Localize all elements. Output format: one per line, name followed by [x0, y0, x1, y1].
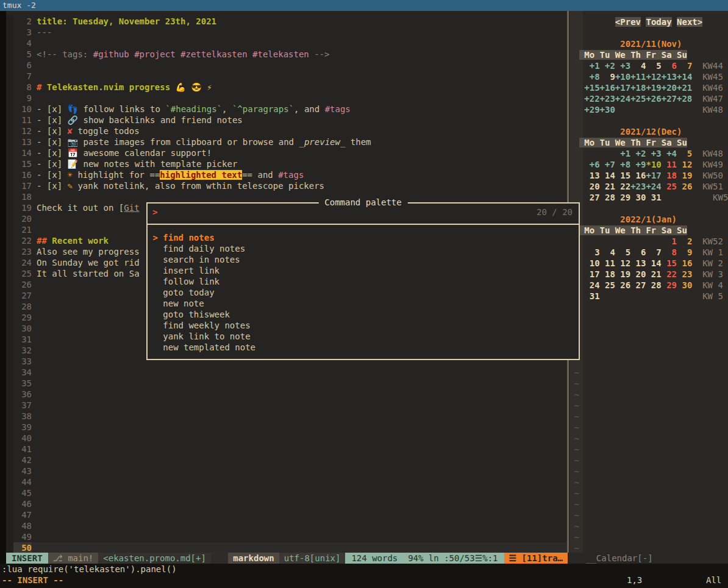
- cal-today-button[interactable]: Today: [646, 17, 671, 27]
- calendar-text-run: +6 +7 +8 +9: [584, 160, 646, 169]
- calendar-week-row[interactable]: +22+23+24+25+26+27+28 KW47: [569, 93, 728, 104]
- palette-item-follow-link[interactable]: follow link: [148, 276, 579, 287]
- calendar-week-row[interactable]: +15+16+17+18+19+20+21 KW46: [569, 82, 728, 93]
- calendar-row: 2021/11(Nov): [569, 38, 728, 49]
- calendar-week-row[interactable]: 17 18 19 20 21 22 23 KW 3: [569, 269, 728, 280]
- editor-line[interactable]: 15- [x] 📝 new notes with template picker: [6, 158, 567, 169]
- editor-line[interactable]: 2title: Tuesday, November 23th, 2021: [6, 16, 567, 27]
- editor-line[interactable]: 34: [6, 367, 567, 378]
- editor-line[interactable]: 13- [x] 📷 paste images from clipboard or…: [6, 136, 567, 147]
- editor-line[interactable]: 3---: [6, 27, 567, 38]
- editor-line[interactable]: 42: [6, 455, 567, 466]
- editor-line[interactable]: 45: [6, 487, 567, 498]
- calendar-week-row[interactable]: 1 2 KW52: [569, 236, 728, 247]
- command-palette-popup[interactable]: Command palette > 20 / 20 > find notes f…: [146, 202, 580, 360]
- editor-cursor-line[interactable]: 50: [6, 542, 567, 553]
- command-line[interactable]: :lua require('telekasten').panel(): [2, 564, 177, 575]
- sign-column: [6, 411, 13, 422]
- buffer-badge[interactable]: ☰ [11]tra…: [504, 553, 568, 564]
- spacer: [569, 17, 615, 27]
- palette-item-yank-link-to-note[interactable]: yank link to note: [148, 331, 579, 342]
- editor-line[interactable]: 18: [6, 191, 567, 202]
- editor-line[interactable]: 12- [x] ✘ toggle todos: [6, 126, 567, 136]
- line-text: [32, 38, 37, 49]
- editor-line[interactable]: 16- [x] ☀ highlight for ==highlighted te…: [6, 169, 567, 180]
- line-number: 2: [13, 16, 32, 27]
- calendar-week-row[interactable]: +29+30 KW48: [569, 104, 728, 115]
- editor-line[interactable]: 46: [6, 498, 567, 509]
- calendar-week-row[interactable]: +8 9+10+11+12+13+14 KW45: [569, 71, 728, 82]
- palette-item-search-in-notes[interactable]: search in notes: [148, 254, 579, 265]
- calendar-text-run: KW44: [702, 61, 723, 71]
- calendar-text-run: 13 14 15 16: [584, 171, 646, 180]
- calendar-week-row[interactable]: +6 +7 +8 +9*10 11 12 KW49: [569, 159, 728, 170]
- calendar-week-row[interactable]: 3 4 5 6 7 8 9 KW 1: [569, 247, 728, 258]
- editor-line[interactable]: 49: [6, 531, 567, 542]
- editor-line[interactable]: 5<!-- tags: #github #project #zettelkast…: [6, 49, 567, 60]
- calendar-row: [569, 203, 728, 214]
- calendar-week-row[interactable]: 31 KW 5: [569, 291, 728, 302]
- editor-line[interactable]: 4: [6, 38, 567, 49]
- calendar-week-row[interactable]: 10 11 12 13 14 15 16 KW 2: [569, 258, 728, 269]
- calendar-statusline: __Calendar[-]: [568, 553, 728, 564]
- palette-item-find-notes[interactable]: > find notes: [148, 232, 579, 243]
- calendar-week-row[interactable]: 13 14 15 16+17 18 19 KW50: [569, 170, 728, 181]
- calendar-week-row[interactable]: +1 +2 +3 4 5 6 7 KW44: [569, 60, 728, 71]
- palette-item-find-daily-notes[interactable]: find daily notes: [148, 243, 579, 254]
- calendar-nav-row[interactable]: <Prev Today Next>: [569, 16, 728, 27]
- palette-prompt[interactable]: > 20 / 20: [148, 204, 579, 224]
- calendar-text-run: 4 5: [630, 61, 662, 71]
- editor-line[interactable]: 11- [x] 🔗 show backlinks and friend note…: [6, 115, 567, 126]
- palette-item-new-templated-note[interactable]: new templated note: [148, 342, 579, 353]
- palette-item-goto-today[interactable]: goto today: [148, 287, 579, 298]
- editor-line[interactable]: 17- [x] ✎ yank notelink, also from wthin…: [6, 180, 567, 191]
- line-number: 44: [13, 476, 32, 487]
- editor-line[interactable]: 8# Telekasten.nvim progress 💪 😎 ⚡: [6, 82, 567, 93]
- editor-line[interactable]: 6: [6, 60, 567, 71]
- calendar-week-row[interactable]: 27 28 29 30 31 KW5: [569, 192, 728, 203]
- calendar-week-row[interactable]: 20 21 22+23+24 25 26 KW51: [569, 181, 728, 192]
- cross-mark-icon: ✘: [68, 126, 73, 136]
- editor-line[interactable]: 7: [6, 71, 567, 82]
- editor-line[interactable]: 38: [6, 411, 567, 422]
- cal-prev-button[interactable]: <Prev: [615, 17, 641, 27]
- sign-column: [6, 345, 13, 356]
- code-text-run: #telekasten: [252, 49, 309, 59]
- calendar-text-run: +8: [584, 72, 599, 82]
- editor-line[interactable]: 44: [6, 476, 567, 487]
- spacer: [569, 149, 615, 158]
- scroll-position: All: [706, 575, 721, 586]
- calendar-week-row[interactable]: 24 25 26 27 28 29 30 KW 4: [569, 280, 728, 291]
- palette-item-insert-link[interactable]: insert link: [148, 265, 579, 276]
- editor-line[interactable]: 10- [x] 👣 follow links to `#headings`, `…: [6, 104, 567, 115]
- cal-next-button[interactable]: Next>: [677, 17, 702, 27]
- palette-item-find-weekly-notes[interactable]: find weekly notes: [148, 320, 579, 331]
- line-text: # Telekasten.nvim progress 💪 😎 ⚡: [32, 82, 212, 93]
- sign-column: [6, 301, 13, 312]
- palette-item-goto-thisweek[interactable]: goto thisweek: [148, 309, 579, 320]
- editor-line[interactable]: 48: [6, 520, 567, 531]
- spacer: [569, 105, 584, 115]
- editor-line[interactable]: 39: [6, 422, 567, 433]
- code-text-run: == and: [242, 170, 278, 180]
- code-text-run: #project: [134, 49, 175, 59]
- sign-column: [6, 498, 13, 509]
- calendar-text-run: +10+11+12+13+14: [615, 72, 692, 82]
- calendar-text-run: KW51: [702, 182, 723, 191]
- editor-line[interactable]: 14- [x] 📅 awesome calendar support!: [6, 147, 567, 158]
- code-text-run: ,: [222, 104, 232, 114]
- line-text: [32, 301, 37, 312]
- calendar-text-run: 24 25 26 27 28: [584, 280, 661, 290]
- editor-line[interactable]: 37: [6, 400, 567, 411]
- editor-line[interactable]: 40: [6, 433, 567, 444]
- calendar-window[interactable]: <Prev Today Next> 2021/11(Nov) Mo Tu We …: [569, 11, 728, 558]
- editor-line[interactable]: 35: [6, 378, 567, 389]
- palette-item-new-note[interactable]: new note: [148, 298, 579, 309]
- editor-line[interactable]: 43: [6, 466, 567, 476]
- editor-line[interactable]: 9: [6, 93, 567, 104]
- editor-line[interactable]: 47: [6, 509, 567, 520]
- editor-line[interactable]: 41: [6, 444, 567, 455]
- editor-line[interactable]: 36: [6, 389, 567, 400]
- calendar-week-row[interactable]: +1 +2 +3 +4 5 KW48: [569, 148, 728, 159]
- code-text-run: paste images from clipboard or browse an…: [78, 137, 299, 147]
